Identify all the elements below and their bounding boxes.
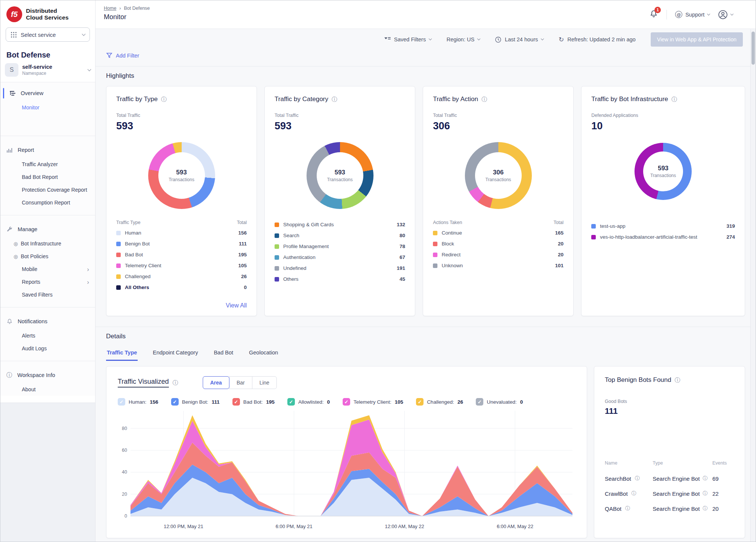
account-menu[interactable]	[718, 10, 733, 20]
legend-swatch	[116, 274, 121, 279]
brand-line2: Cloud Services	[26, 14, 68, 21]
nav-divider	[0, 215, 95, 215]
time-range-dropdown[interactable]: Last 24 hours	[495, 36, 543, 43]
mode-area-button[interactable]: Area	[203, 376, 229, 389]
sidebar-item-mobile[interactable]: Mobile›	[0, 263, 95, 276]
page-title: Monitor	[104, 13, 150, 21]
legend-swatch	[275, 223, 279, 227]
funnel-icon	[106, 52, 112, 59]
region-dropdown[interactable]: Region: US	[446, 36, 480, 42]
sidebar-item-about[interactable]: About	[0, 383, 95, 396]
metric-label: Total Traffic	[433, 113, 563, 118]
sidebar-item-saved-filters[interactable]: Saved Filters	[0, 288, 95, 301]
info-icon[interactable]: ⓘ	[161, 96, 167, 103]
sidebar-item-reports[interactable]: Reports›	[0, 276, 95, 288]
svg-text:6:00 PM, May 21: 6:00 PM, May 21	[276, 524, 313, 529]
info-icon[interactable]: ⓘ	[173, 379, 178, 386]
support-menu[interactable]: @ Support	[675, 11, 710, 18]
sidebar-item-bot-infrastructure[interactable]: ◎Bot Infrastructure	[0, 237, 95, 250]
filter-lines-icon	[384, 37, 391, 42]
sidebar-item-protection-coverage-report[interactable]: Protection Coverage Report	[0, 183, 95, 196]
info-icon[interactable]: ⓘ	[671, 96, 677, 103]
legend-title: Actions Taken	[433, 220, 462, 225]
legend-toggle-human[interactable]: ✓Human:156	[118, 398, 158, 406]
legend-toggle-bad-bot[interactable]: ✓Bad Bot:195	[232, 398, 275, 406]
sidebar-item-manage[interactable]: Manage	[0, 221, 95, 237]
view-all-link[interactable]: View All	[116, 299, 247, 309]
select-service-label: Select service	[21, 32, 56, 38]
sidebar-item-workspace-info[interactable]: ⓘ Workspace Info	[0, 367, 95, 383]
sidebar-item-traffic-analyzer[interactable]: Traffic Analyzer	[0, 158, 95, 171]
sidebar-nav: Overview Monitor Report Traffic Analyzer…	[0, 82, 95, 396]
scrollbar[interactable]	[750, 29, 756, 542]
info-icon[interactable]: ⓘ	[675, 377, 680, 384]
chevron-down-icon	[82, 32, 86, 36]
refresh-button[interactable]: ↻ Refresh: Updated 2 min ago	[559, 36, 636, 44]
nav-divider	[0, 136, 95, 136]
scrollbar-thumb[interactable]	[751, 32, 755, 65]
legend-title: Traffic Type	[116, 220, 140, 225]
sidebar-item-alerts[interactable]: Alerts	[0, 329, 95, 342]
sidebar-item-consumption-report[interactable]: Consumption Report	[0, 196, 95, 209]
legend-count: 105	[395, 399, 404, 405]
traffic-by-category-donut: 593Transactions	[307, 142, 373, 209]
chevron-down-icon	[707, 12, 710, 15]
refresh-icon: ↻	[559, 36, 564, 44]
sidebar-item-overview[interactable]: Overview	[0, 85, 95, 101]
tab-endpoint-category[interactable]: Endpoint Category	[152, 347, 199, 361]
breadcrumb-home-link[interactable]: Home	[104, 6, 116, 11]
info-icon[interactable]: ⓘ	[481, 96, 487, 103]
sidebar-item-notifications[interactable]: Notifications	[0, 313, 95, 329]
sidebar-item-bot-policies[interactable]: ◎Bot Policies	[0, 250, 95, 263]
tab-geolocation[interactable]: Geolocation	[248, 347, 279, 361]
legend-label: Human:	[129, 399, 146, 405]
info-icon[interactable]: ⓘ	[703, 490, 707, 497]
mode-line-button[interactable]: Line	[252, 376, 277, 389]
saved-filters-dropdown[interactable]: Saved Filters	[384, 36, 432, 42]
view-in-waap-button[interactable]: View in Web App & API Protection	[651, 32, 743, 47]
legend-toggle-telemetry-client[interactable]: ✓Telemetry Client:105	[343, 398, 403, 406]
namespace-selector[interactable]: S self-service Namespace	[5, 63, 91, 77]
header-divider	[666, 10, 667, 20]
legend-toggle-allowlisted[interactable]: ✓Allowlisted:0	[287, 398, 330, 406]
sidebar-item-bad-bot-report[interactable]: Bad Bot Report	[0, 171, 95, 183]
info-icon[interactable]: ⓘ	[625, 505, 630, 512]
main-content: Home › Bot Defense Monitor 1 @ Support	[96, 0, 756, 542]
info-icon[interactable]: ⓘ	[632, 490, 636, 497]
add-filter-button[interactable]: Add Filter	[106, 52, 139, 59]
legend-value: 67	[399, 254, 405, 260]
svg-text:20: 20	[122, 492, 127, 497]
filter-toolbar: Saved Filters Region: US Last 24 hours ↻…	[96, 29, 756, 50]
info-icon[interactable]: ⓘ	[332, 96, 337, 103]
legend-label: ves-io-http-loadbalancer-artificial-traf…	[600, 234, 697, 240]
legend-count: 26	[457, 399, 463, 405]
legend-toggle-benign-bot[interactable]: ✓Benign Bot:111	[171, 398, 220, 406]
legend-toggle-unevaluated[interactable]: ✓Unevaluated:0	[476, 398, 523, 406]
breadcrumb-current: Bot Defense	[124, 6, 150, 11]
donut-center-value: 593	[658, 165, 668, 172]
select-service-dropdown[interactable]: Select service	[6, 27, 90, 42]
legend-label: Authentication	[283, 254, 316, 260]
info-icon[interactable]: ⓘ	[703, 505, 707, 512]
notifications-bell-button[interactable]: 1	[649, 9, 658, 20]
tab-bad-bot[interactable]: Bad Bot	[213, 347, 234, 361]
legend-label: Unevaluated:	[487, 399, 517, 405]
checkbox-icon: ✓	[171, 398, 179, 406]
sidebar-item-audit-logs[interactable]: Audit Logs	[0, 342, 95, 355]
legend-label: All Others	[125, 285, 149, 290]
checkbox-icon: ✓	[287, 398, 295, 406]
sidebar-item-monitor[interactable]: Monitor	[0, 101, 95, 114]
legend-label: Block	[442, 241, 454, 247]
metric-value: 593	[275, 120, 405, 132]
info-icon[interactable]: ⓘ	[635, 475, 640, 482]
sidebar-item-label: Report	[18, 147, 34, 153]
svg-text:12:00 AM, May 22: 12:00 AM, May 22	[385, 524, 424, 529]
sidebar-item-report[interactable]: Report	[0, 142, 95, 158]
mode-bar-button[interactable]: Bar	[229, 376, 252, 389]
tab-traffic-type[interactable]: Traffic Type	[106, 347, 138, 361]
info-icon[interactable]: ⓘ	[703, 475, 707, 482]
legend-swatch	[433, 253, 437, 257]
svg-text:40: 40	[122, 469, 127, 475]
legend-toggle-challenged[interactable]: ✓Challenged:26	[416, 398, 463, 406]
legend-row: All Others0	[116, 282, 247, 293]
